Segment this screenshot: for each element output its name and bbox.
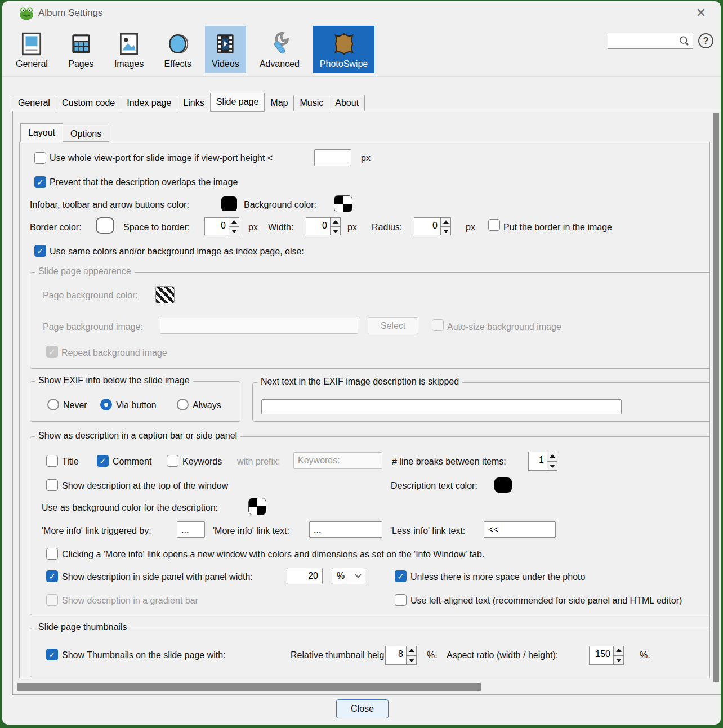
title-checkbox-label: Title (62, 455, 79, 468)
spin-up-icon[interactable] (614, 646, 623, 655)
spinner-buttons[interactable] (406, 646, 416, 664)
spin-up-icon[interactable] (441, 218, 450, 226)
spinner-buttons[interactable] (330, 218, 340, 235)
horizontal-scrollbar[interactable] (14, 682, 712, 691)
spinner-buttons[interactable] (613, 646, 623, 664)
spin-up-icon[interactable] (229, 218, 239, 226)
tab-links[interactable]: Links (177, 95, 210, 111)
album-settings-dialog: Album Settings ✕ General Pages (2, 1, 721, 725)
spinner-buttons[interactable] (440, 218, 450, 235)
toolbar-item-images[interactable]: Images (108, 26, 150, 73)
toolbar-item-pages[interactable]: Pages (61, 26, 101, 73)
side-panel-checkbox[interactable] (46, 570, 58, 582)
background-color-swatch[interactable] (334, 195, 352, 212)
slide-page-appearance-group: Slide page appearence Page background co… (30, 272, 710, 369)
border-width-spinner[interactable]: 0 (306, 217, 341, 235)
more-info-text-input[interactable] (309, 521, 382, 538)
videos-icon (212, 31, 238, 57)
toolbar-separator (2, 76, 721, 77)
spinner-buttons[interactable] (229, 218, 239, 235)
prevent-overlap-checkbox[interactable] (34, 176, 46, 188)
more-space-checkbox[interactable] (395, 570, 407, 582)
page-bg-image-input (160, 318, 358, 334)
side-panel-width-input[interactable] (287, 568, 323, 584)
toolbar-item-general[interactable]: General (9, 26, 55, 73)
use-whole-viewport-checkbox[interactable] (34, 152, 46, 164)
linebreaks-spinner[interactable]: 1 (528, 452, 557, 471)
bg-color-description-swatch[interactable] (248, 498, 266, 515)
repeat-bg-checkbox (46, 346, 58, 358)
gradient-bar-label: Show description in a gradient bar (62, 595, 198, 607)
exif-via-button-radio[interactable] (100, 399, 112, 410)
space-to-border-value: 0 (205, 218, 229, 235)
tab-index-page[interactable]: Index page (120, 95, 177, 111)
exif-via-button-label: Via button (116, 399, 157, 412)
less-info-text-input[interactable] (484, 521, 556, 538)
close-button[interactable]: Close (336, 699, 389, 718)
spin-down-icon[interactable] (331, 226, 340, 235)
more-space-label: Unless there is more space under the pho… (410, 571, 585, 583)
exif-always-radio[interactable] (177, 399, 189, 410)
put-border-in-image-checkbox[interactable] (488, 219, 500, 231)
toolbar-item-advanced[interactable]: Advanced (253, 26, 306, 73)
infobar-color-swatch[interactable] (221, 196, 237, 211)
horizontal-scrollbar-thumb[interactable] (17, 683, 481, 691)
spinner-buttons[interactable] (547, 452, 557, 470)
spin-down-icon[interactable] (441, 226, 450, 235)
aspect-ratio-spinner[interactable]: 150 (589, 646, 624, 665)
description-text-color-label: Description text color: (391, 480, 477, 492)
toolbar-item-effects[interactable]: Effects (157, 26, 198, 73)
thumbnail-height-spinner[interactable]: 8 (385, 646, 417, 665)
tab-general[interactable]: General (12, 95, 56, 111)
tab-slide-page[interactable]: Slide page (210, 93, 265, 112)
left-aligned-checkbox[interactable] (395, 594, 407, 606)
search-box (608, 33, 693, 49)
border-color-swatch[interactable] (96, 217, 114, 234)
more-info-new-window-checkbox[interactable] (46, 548, 58, 560)
same-colors-label: Use same colors and/or background image … (50, 245, 304, 258)
more-info-trigger-input[interactable] (177, 521, 205, 538)
spin-down-icon[interactable] (407, 655, 416, 665)
spin-down-icon[interactable] (614, 655, 623, 665)
autosize-bg-label: Auto-size background image (447, 321, 561, 333)
general-icon (19, 31, 44, 57)
exif-info-group: Show EXIF info below the slide image Nev… (30, 381, 240, 422)
description-text-color-swatch[interactable] (494, 477, 512, 493)
effects-icon (165, 31, 191, 57)
toolbar-item-label: Effects (164, 59, 191, 69)
border-radius-spinner[interactable]: 0 (414, 217, 451, 235)
exif-never-radio[interactable] (47, 399, 59, 410)
description-group: Show as description in a caption bar or … (30, 436, 710, 615)
tab-map[interactable]: Map (264, 95, 294, 111)
side-panel-unit-dropdown[interactable]: % (332, 568, 365, 584)
exif-skip-input[interactable] (261, 399, 622, 414)
toolbar-item-videos[interactable]: Videos (205, 26, 246, 73)
description-top-checkbox[interactable] (46, 479, 58, 491)
same-colors-checkbox[interactable] (34, 245, 46, 257)
viewport-height-input[interactable] (314, 149, 351, 166)
comment-checkbox[interactable] (97, 455, 109, 467)
close-icon[interactable]: ✕ (693, 6, 709, 20)
linebreaks-label: # line breaks between items: (392, 455, 506, 468)
group-title: Show as description in a caption bar or … (35, 431, 240, 441)
title-checkbox[interactable] (46, 455, 58, 467)
spin-up-icon[interactable] (407, 646, 416, 655)
spin-down-icon[interactable] (547, 461, 557, 471)
subtab-layout[interactable]: Layout (20, 123, 63, 142)
vertical-scrollbar[interactable] (713, 112, 720, 682)
subtab-options[interactable]: Options (63, 126, 109, 142)
aspect-ratio-value: 150 (590, 646, 613, 664)
spin-down-icon[interactable] (229, 226, 239, 235)
spin-up-icon[interactable] (547, 452, 557, 461)
space-to-border-spinner[interactable]: 0 (204, 217, 239, 235)
spin-up-icon[interactable] (331, 218, 340, 226)
tab-custom-code[interactable]: Custom code (56, 95, 121, 111)
tab-about[interactable]: About (329, 95, 365, 111)
search-input[interactable] (610, 34, 677, 47)
keywords-checkbox[interactable] (167, 455, 178, 467)
vertical-scrollbar-thumb[interactable] (713, 113, 719, 682)
toolbar-item-photoswipe[interactable]: PhotoSwipe (313, 26, 374, 73)
tab-music[interactable]: Music (293, 95, 329, 111)
show-thumbnails-checkbox[interactable] (46, 649, 58, 660)
help-button[interactable]: ? (698, 33, 713, 48)
